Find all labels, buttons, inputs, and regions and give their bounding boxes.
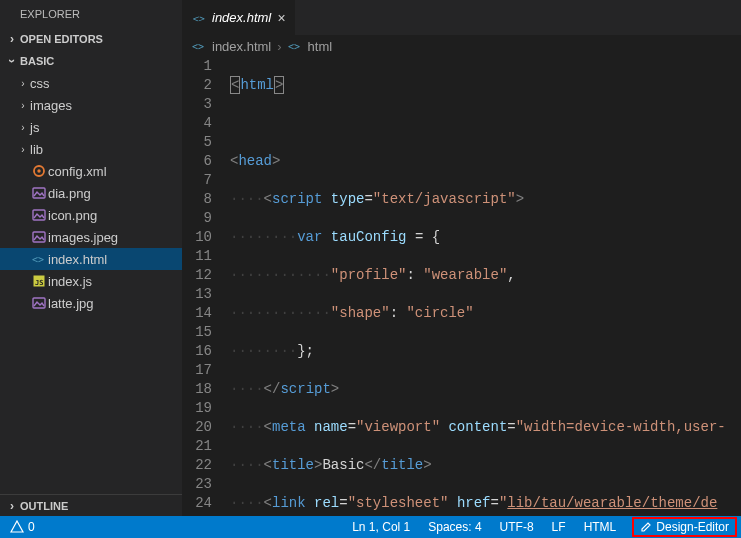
file-latte-jpg[interactable]: latte.jpg <box>0 292 182 314</box>
folder-css[interactable]: › css <box>0 72 182 94</box>
html-icon: <> <box>192 39 206 53</box>
open-editors-header[interactable]: › OPEN EDITORS <box>0 28 182 50</box>
file-images-jpeg[interactable]: images.jpeg <box>0 226 182 248</box>
pencil-icon <box>640 521 652 533</box>
svg-text:<>: <> <box>192 41 204 52</box>
file-icon-png[interactable]: icon.png <box>0 204 182 226</box>
svg-rect-4 <box>33 232 45 242</box>
workspace-name: BASIC <box>20 55 54 67</box>
outline-header[interactable]: › OUTLINE <box>0 494 182 516</box>
status-spaces[interactable]: Spaces: 4 <box>426 520 483 534</box>
chevron-right-icon: › <box>4 499 20 513</box>
status-bar: 0 Ln 1, Col 1 Spaces: 4 UTF-8 LF HTML De… <box>0 516 741 538</box>
file-tree: › css › images › js › lib config.xml <box>0 72 182 494</box>
svg-point-1 <box>37 169 40 172</box>
image-icon <box>30 230 48 244</box>
file-config-xml[interactable]: config.xml <box>0 160 182 182</box>
status-language[interactable]: HTML <box>582 520 619 534</box>
status-encoding[interactable]: UTF-8 <box>498 520 536 534</box>
warning-icon <box>10 520 24 534</box>
chevron-right-icon: › <box>16 78 30 89</box>
svg-rect-3 <box>33 210 45 220</box>
explorer-title: EXPLORER <box>0 0 182 28</box>
image-icon <box>30 208 48 222</box>
chevron-right-icon: › <box>4 32 20 46</box>
breadcrumb-symbol: html <box>308 39 333 54</box>
tab-index-html[interactable]: <> index.html × <box>182 0 296 35</box>
chevron-right-icon: › <box>277 39 281 54</box>
code-editor[interactable]: 123456789101112131415161718192021222324 … <box>182 57 741 516</box>
html-icon: <> <box>192 11 206 25</box>
explorer-sidebar: EXPLORER › OPEN EDITORS › BASIC › css › … <box>0 0 182 516</box>
svg-rect-8 <box>33 298 45 308</box>
file-index-js[interactable]: JS index.js <box>0 270 182 292</box>
svg-rect-2 <box>33 188 45 198</box>
breadcrumb-file: index.html <box>212 39 271 54</box>
line-numbers: 123456789101112131415161718192021222324 <box>182 57 230 516</box>
code-content: <html> <head> ····<script type="text/jav… <box>230 57 741 516</box>
breadcrumb[interactable]: <> index.html › <> html <box>182 35 741 57</box>
design-editor-label: Design-Editor <box>656 520 729 534</box>
svg-text:<>: <> <box>192 13 205 24</box>
editor-tabs: <> index.html × <box>182 0 741 35</box>
svg-text:<>: <> <box>32 254 44 265</box>
tab-label: index.html <box>212 10 271 25</box>
svg-text:<>: <> <box>288 41 300 52</box>
status-problems[interactable]: 0 <box>8 520 37 534</box>
status-eol[interactable]: LF <box>550 520 568 534</box>
svg-text:JS: JS <box>35 279 43 287</box>
folder-js[interactable]: › js <box>0 116 182 138</box>
js-icon: JS <box>30 274 48 288</box>
design-editor-button[interactable]: Design-Editor <box>632 517 737 537</box>
xml-icon <box>30 164 48 178</box>
file-dia-png[interactable]: dia.png <box>0 182 182 204</box>
chevron-down-icon: › <box>5 53 19 69</box>
editor-area: <> index.html × <> index.html › <> html … <box>182 0 741 516</box>
chevron-right-icon: › <box>16 144 30 155</box>
html-icon: <> <box>30 252 48 266</box>
workspace-header[interactable]: › BASIC <box>0 50 182 72</box>
outline-label: OUTLINE <box>20 500 68 512</box>
chevron-right-icon: › <box>16 100 30 111</box>
file-index-html[interactable]: <> index.html <box>0 248 182 270</box>
problems-count: 0 <box>28 520 35 534</box>
status-lncol[interactable]: Ln 1, Col 1 <box>350 520 412 534</box>
close-icon[interactable]: × <box>277 10 285 26</box>
open-editors-label: OPEN EDITORS <box>20 33 103 45</box>
image-icon <box>30 186 48 200</box>
symbol-icon: <> <box>288 39 302 53</box>
folder-lib[interactable]: › lib <box>0 138 182 160</box>
chevron-right-icon: › <box>16 122 30 133</box>
image-icon <box>30 296 48 310</box>
folder-images[interactable]: › images <box>0 94 182 116</box>
